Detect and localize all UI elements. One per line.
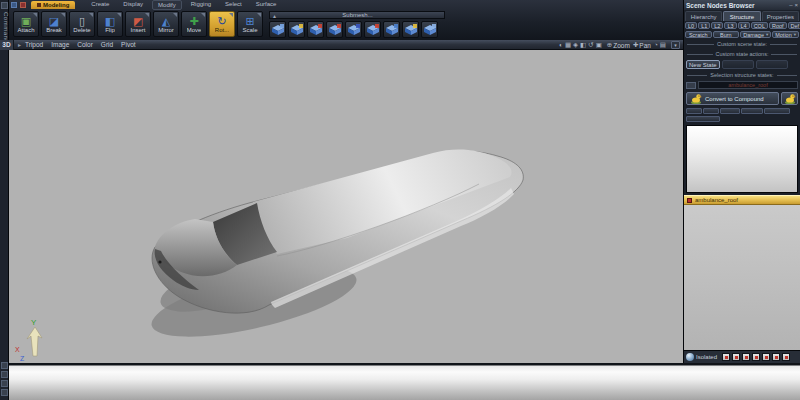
submesh-tool-1[interactable] [269, 21, 286, 38]
pan-tool[interactable]: ✚ Pan [633, 40, 651, 50]
viewport-dropdown-button[interactable]: ▾ [671, 41, 680, 49]
menu-tab-create[interactable]: Create [86, 0, 114, 10]
tool-button-rot[interactable]: ↻Rot... [209, 11, 235, 37]
submesh-tool-8[interactable] [402, 21, 419, 38]
rail-app-icon[interactable] [1, 2, 8, 9]
collapse-icon[interactable]: ▴ [273, 12, 276, 19]
viewport-extra-icon-2[interactable]: ▤ [660, 41, 666, 48]
viewport-menu-image[interactable]: Image [51, 41, 69, 48]
menu-tab-modify[interactable]: Modify [152, 0, 182, 10]
app-icon[interactable] [11, 2, 17, 8]
3d-viewport[interactable]: Y X Z [9, 50, 683, 363]
submesh-tool-7[interactable] [383, 21, 400, 38]
menu-tab-select[interactable]: Select [220, 0, 247, 10]
scene-icon[interactable] [20, 2, 26, 8]
menu-tab-surface[interactable]: Surface [251, 0, 282, 10]
state-button-damage[interactable]: Damage▾ [740, 31, 771, 38]
tool-button-insert[interactable]: ◩Insert [125, 11, 151, 37]
viewport-menu-grid[interactable]: Grid [101, 41, 113, 48]
state-doc-icon-2[interactable] [732, 353, 740, 361]
list-item-selected[interactable]: ambulance_roof [684, 195, 800, 205]
close-icon[interactable]: × [794, 2, 798, 8]
submesh-tool-6[interactable] [364, 21, 381, 38]
compound-tool-button[interactable] [781, 92, 798, 105]
state-doc-icon-5[interactable] [762, 353, 770, 361]
viewport-icon-5[interactable]: ↺ [588, 41, 593, 48]
state-doc-icon-6[interactable] [772, 353, 780, 361]
viewport-icon-3[interactable]: ◈ [573, 41, 578, 48]
state-doc-icon-1[interactable] [722, 353, 730, 361]
viewport-icon-4[interactable]: ◧ [580, 41, 586, 48]
tool-button-delete[interactable]: ▯Delete [69, 11, 95, 37]
panel-tab-structure[interactable]: Structure [723, 11, 760, 21]
submesh-tool-3[interactable] [307, 21, 324, 38]
new-state-button[interactable]: New State [686, 60, 720, 69]
viewport-menu-pivot[interactable]: Pivot [121, 41, 135, 48]
attach-icon: ▣ [21, 15, 31, 27]
panel-tab-hierarchy[interactable]: Hierarchy [685, 11, 722, 21]
state-button-l4[interactable]: L4 [738, 22, 750, 29]
state-button-l2[interactable]: L2 [711, 22, 723, 29]
node-icon[interactable] [686, 82, 696, 89]
tool-label: Rot... [215, 27, 229, 34]
mini-button[interactable] [686, 108, 702, 114]
state-button-l3[interactable]: L3 [724, 22, 736, 29]
viewport-extra-icon-1[interactable]: ◔ [654, 41, 658, 48]
state-button-def[interactable]: Def [788, 22, 800, 29]
state-button-scratch[interactable]: Scratch [685, 31, 712, 38]
tool-button-mirror[interactable]: ◭Mirror [153, 11, 179, 37]
rail-tool-icon-2[interactable] [1, 371, 8, 378]
tool-button-attach[interactable]: ▣Attach [13, 11, 39, 37]
state-button-col[interactable]: COL [751, 22, 768, 29]
mini-button[interactable] [741, 108, 763, 114]
selection-field[interactable]: ambulance_roof [698, 81, 798, 89]
chevron-right-icon: ▸ [18, 41, 21, 48]
state-button-motion[interactable]: Motion▾ [772, 31, 799, 38]
viewport-3d-label[interactable]: 3D [0, 40, 14, 50]
delete-state-button[interactable] [756, 60, 788, 69]
viewport-menu-tripod[interactable]: Tripod [25, 41, 43, 48]
state-button-l1[interactable]: L1 [698, 22, 710, 29]
rail-tool-icon-1[interactable] [1, 362, 8, 369]
mini-button[interactable] [686, 116, 720, 122]
rail-tool-icon-3[interactable] [1, 380, 8, 387]
submesh-tool-2[interactable] [288, 21, 305, 38]
submesh-tool-9[interactable] [421, 21, 438, 38]
submesh-tool-5[interactable] [345, 21, 362, 38]
sphere-icon[interactable] [686, 353, 694, 361]
bottom-library-bar[interactable] [0, 363, 800, 400]
tool-button-move[interactable]: ✚Move [181, 11, 207, 37]
node-list[interactable] [684, 205, 800, 350]
panel-tab-properties[interactable]: Properties [762, 11, 799, 21]
tool-button-scale[interactable]: ⊞Scale [237, 11, 263, 37]
state-button-l0[interactable]: L0 [685, 22, 697, 29]
viewport-menu-color[interactable]: Color [77, 41, 93, 48]
zoom-label: Zoom [613, 42, 630, 49]
tool-button-flip[interactable]: ◧Flip [97, 11, 123, 37]
axis-y-label: Y [31, 318, 37, 327]
state-doc-icon-4[interactable] [752, 353, 760, 361]
panel-header[interactable]: Scene Nodes Browser – × [684, 0, 800, 10]
zoom-tool[interactable]: ⊕ Zoom [607, 40, 630, 50]
state-button-burn[interactable]: Burn [713, 31, 740, 38]
workspace-tab-active[interactable]: Modeling [31, 1, 75, 9]
mini-button[interactable] [720, 108, 740, 114]
viewport-icon-6[interactable]: ▣ [596, 41, 602, 48]
viewport-icon-2[interactable]: ▦ [565, 41, 571, 48]
viewport-icon-1[interactable]: ◐ [559, 41, 563, 48]
minimize-icon[interactable]: – [789, 2, 792, 8]
convert-to-compound-button[interactable]: Convert to Compound [686, 92, 779, 105]
menu-tab-rigging[interactable]: Rigging [186, 0, 216, 10]
mini-button[interactable] [764, 108, 790, 114]
mini-button[interactable] [703, 108, 719, 114]
rail-tool-icon-4[interactable] [1, 389, 8, 396]
submesh-group: ▴ Submesh... [269, 11, 445, 38]
state-doc-icon-7[interactable] [782, 353, 790, 361]
submesh-group-header[interactable]: ▴ Submesh... [269, 11, 445, 19]
state-button-roof[interactable]: Roof [769, 22, 787, 29]
state-doc-icon-3[interactable] [742, 353, 750, 361]
menu-tab-display[interactable]: Display [118, 0, 148, 10]
tool-button-break[interactable]: ◪Break [41, 11, 67, 37]
rename-state-button[interactable] [722, 60, 754, 69]
submesh-tool-4[interactable] [326, 21, 343, 38]
